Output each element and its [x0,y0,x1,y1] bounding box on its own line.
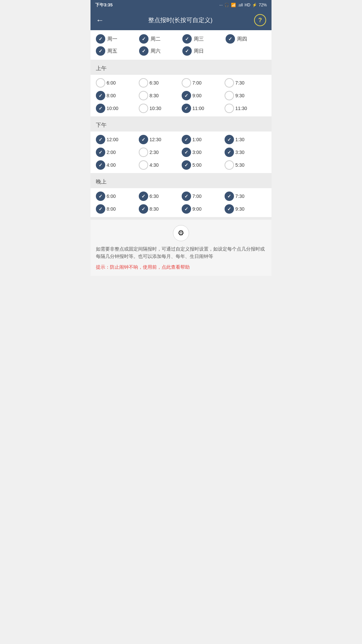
time-item-te900[interactable]: 9:00 [182,204,223,214]
time-item-t1200[interactable]: 12:00 [96,135,137,144]
time-item-te630[interactable]: 6:30 [139,192,180,201]
time-item-t930[interactable]: 9:30 [225,91,266,100]
day-label-sun: 周日 [194,48,204,54]
time-checkbox-t930 [225,91,234,100]
divider-afternoon [90,173,272,176]
time-item-t300[interactable]: 3:00 [182,148,223,157]
time-label-t900: 9:00 [192,93,201,98]
time-item-te700[interactable]: 7:00 [182,192,223,201]
day-item-thu[interactable]: 周四 [226,34,266,44]
time-label-t1100: 11:00 [192,106,204,111]
time-item-t1130[interactable]: 11:30 [225,104,266,113]
day-item-wed[interactable]: 周三 [182,34,223,44]
time-checkbox-t1100 [182,104,191,113]
day-label-fri: 周五 [107,48,117,54]
footer-section: ⚙ 如需要非整点或固定间隔报时，可通过自定义报时设置，如设定每个点几分报时或每隔… [90,220,272,276]
time-label-te630: 6:30 [149,194,159,199]
time-checkbox-t700 [182,78,191,88]
day-checkbox-fri [96,46,105,56]
time-checkbox-t1000 [96,104,105,113]
time-label-t600: 6:00 [107,80,116,86]
time-item-t230[interactable]: 2:30 [139,148,180,157]
time-grid-afternoon: 12:00 12:30 1:00 1:30 2:00 2:30 3:00 3:3… [96,135,266,170]
time-checkbox-t1230 [139,135,148,144]
help-button[interactable]: ? [254,14,266,26]
time-item-te600[interactable]: 6:00 [96,192,137,201]
time-checkbox-t900 [182,91,191,100]
time-label-t530: 5:30 [235,162,244,168]
time-checkbox-te830 [139,204,148,214]
day-item-mon[interactable]: 周一 [96,34,136,44]
days-grid: 周一 周二 周三 周四 周五 周六 周日 [96,34,266,56]
day-label-wed: 周三 [194,36,204,42]
time-item-t730[interactable]: 7:30 [225,78,266,88]
time-item-t630[interactable]: 6:30 [139,78,180,88]
time-item-t100[interactable]: 1:00 [182,135,223,144]
day-item-sat[interactable]: 周六 [139,46,180,56]
time-label-te830: 8:30 [149,206,159,212]
time-checkbox-t230 [139,148,148,157]
time-item-t600[interactable]: 6:00 [96,78,137,88]
time-label-te730: 7:30 [235,194,244,199]
time-item-t1100[interactable]: 11:00 [182,104,223,113]
time-item-t430[interactable]: 4:30 [139,160,180,170]
time-label-t230: 2:30 [149,150,159,155]
section-header-evening: 晚上 [90,176,272,188]
time-checkbox-t830 [139,91,148,100]
time-label-te800: 8:00 [107,206,116,212]
section-header-morning: 上午 [90,62,272,75]
footer-tip[interactable]: 提示：防止闹钟不响，使用前，点此查看帮助 [96,264,266,270]
day-checkbox-sun [182,46,192,56]
time-section-evening: 6:00 6:30 7:00 7:30 8:00 8:30 9:00 9:30 [90,188,272,217]
day-item-fri[interactable]: 周五 [96,46,136,56]
time-item-t200[interactable]: 2:00 [96,148,137,157]
day-item-tue[interactable]: 周二 [139,34,180,44]
day-item-sun[interactable]: 周日 [182,46,223,56]
time-item-t900[interactable]: 9:00 [182,91,223,100]
time-label-t300: 3:00 [192,150,201,155]
time-item-t1030[interactable]: 10:30 [139,104,180,113]
time-item-te930[interactable]: 9:30 [225,204,266,214]
time-item-t830[interactable]: 8:30 [139,91,180,100]
time-item-t130[interactable]: 1:30 [225,135,266,144]
time-label-t130: 1:30 [235,137,244,142]
time-item-t700[interactable]: 7:00 [182,78,223,88]
time-item-te800[interactable]: 8:00 [96,204,137,214]
time-label-t330: 3:30 [235,150,244,155]
time-item-t330[interactable]: 3:30 [225,148,266,157]
time-label-t1200: 12:00 [107,137,118,142]
back-button[interactable]: ← [96,15,107,25]
time-checkbox-t330 [225,148,234,157]
time-label-t100: 1:00 [192,137,201,142]
time-label-t1230: 12:30 [149,137,161,142]
settings-button[interactable]: ⚙ [173,225,189,241]
day-label-thu: 周四 [237,36,247,42]
day-checkbox-wed [182,34,192,44]
headphone-icon: 🎧 [224,3,229,7]
time-item-t800[interactable]: 8:00 [96,91,137,100]
time-checkbox-t600 [96,78,105,88]
time-item-t500[interactable]: 5:00 [182,160,223,170]
time-label-te600: 6:00 [107,194,116,199]
footer-description: 如需要非整点或固定间隔报时，可通过自定义报时设置，如设定每个点几分报时或每隔几分… [96,245,266,260]
time-label-t500: 5:00 [192,162,201,168]
time-item-t1000[interactable]: 10:00 [96,104,137,113]
status-time: 下午3:35 [95,2,113,8]
time-checkbox-t200 [96,148,105,157]
time-item-t530[interactable]: 5:30 [225,160,266,170]
time-checkbox-t1030 [139,104,148,113]
time-checkbox-t1130 [225,104,234,113]
day-label-sat: 周六 [150,48,161,54]
time-item-te730[interactable]: 7:30 [225,192,266,201]
time-label-t800: 8:00 [107,93,116,98]
time-label-te700: 7:00 [192,194,201,199]
section-morning: 上午 6:00 6:30 7:00 7:30 8:00 8:30 9:00 9:… [90,62,272,119]
day-checkbox-mon [96,34,105,44]
time-checkbox-te700 [182,192,191,201]
time-label-t730: 7:30 [235,80,244,86]
charge-icon: ⚡ [252,3,257,7]
time-checkbox-t530 [225,160,234,170]
time-item-t1230[interactable]: 12:30 [139,135,180,144]
time-item-t400[interactable]: 4:00 [96,160,137,170]
time-item-te830[interactable]: 8:30 [139,204,180,214]
